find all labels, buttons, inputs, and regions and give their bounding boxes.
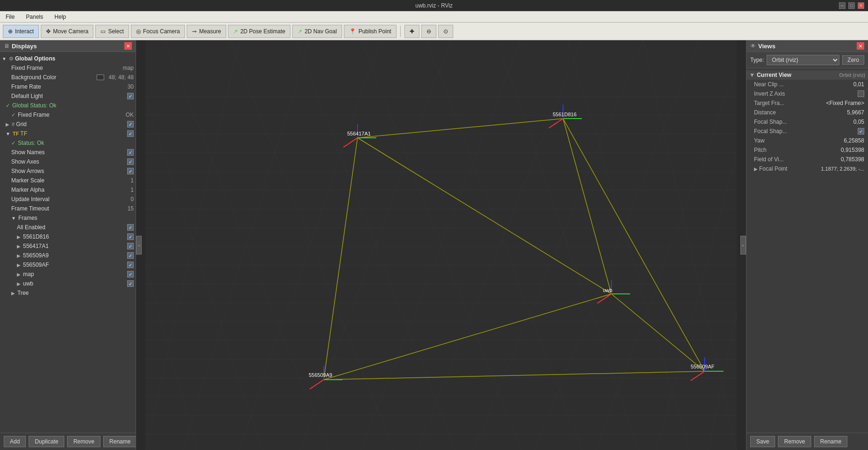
minimize-button[interactable]: ─ [839, 2, 845, 9]
target-frame-value[interactable]: <Fixed Frame> [826, 100, 864, 106]
show-names-check[interactable]: ✓ [127, 149, 134, 156]
grid-check[interactable]: ✓ [127, 121, 134, 128]
tf-check[interactable]: ✓ [127, 130, 134, 137]
displays-panel-icon: 🖥 [4, 43, 9, 49]
right-resize-handle[interactable]: ▸ [740, 236, 746, 255]
svg-text:5561D816: 5561D816 [553, 112, 577, 117]
displays-close-button[interactable]: ✕ [124, 42, 132, 50]
frame-556417a1-check[interactable]: ✓ [127, 243, 134, 249]
select-button[interactable]: ▭ Select [95, 25, 129, 38]
global-options-header[interactable]: ▼ ⚙ Global Options [0, 54, 136, 63]
all-enabled-label: All Enabled [17, 224, 126, 231]
add-button[interactable]: Add [4, 436, 26, 447]
viewport[interactable]: ◂ ▸ [136, 40, 746, 450]
tf-arrow: ▼ [6, 131, 10, 136]
views-save-button[interactable]: Save [750, 436, 775, 447]
marker-alpha-item: Marker Alpha 1 [0, 185, 136, 195]
marker-scale-value[interactable]: 1 [130, 177, 134, 184]
focal-shape2-check[interactable]: ✓ [858, 128, 864, 135]
tree-item[interactable]: ▶ Tree [0, 288, 136, 298]
tf-icon: TF [13, 131, 19, 136]
tf-item[interactable]: ▼ TF TF ✓ [0, 129, 136, 138]
pose-estimate-button[interactable]: ↗ 2D Pose Estimate [228, 25, 290, 38]
frame-5561d816: ▶ 5561D816 ✓ [0, 232, 136, 241]
frames-label: Frames [18, 215, 134, 221]
marker-alpha-value[interactable]: 1 [130, 187, 134, 193]
default-light-check[interactable]: ✓ [127, 93, 134, 99]
grid-icon: # [12, 121, 15, 127]
distance-value[interactable]: 5,9667 [847, 109, 864, 116]
3d-viewport-canvas[interactable]: 5561D816 556417A1 uwb 556509A [136, 40, 746, 450]
nav-icon: ↗ [297, 28, 302, 35]
grid-item[interactable]: ▶ # Grid ✓ [0, 120, 136, 129]
focus-camera-button[interactable]: ◎ Focus Camera [131, 25, 185, 38]
invert-z-check[interactable] [858, 90, 864, 97]
yaw-value[interactable]: 6,25858 [844, 137, 864, 144]
focal-point-value[interactable]: 1.1877; 2.2639; -... [821, 166, 864, 172]
global-options-arrow: ▼ [2, 56, 7, 61]
fixed-frame-ok-item: ✓ Fixed Frame OK [0, 110, 136, 120]
show-arrows-check[interactable]: ✓ [127, 168, 134, 174]
frame-556509a9-check[interactable]: ✓ [127, 252, 134, 259]
extra-btn-1[interactable]: ✚ [404, 25, 419, 38]
views-type-row: Type: Orbit (rviz) Zero [746, 52, 868, 68]
field-of-view-value[interactable]: 0,785398 [841, 156, 864, 163]
marker-alpha-label: Marker Alpha [11, 187, 127, 193]
distance-item: Distance 5,9667 [746, 108, 868, 117]
rename-button[interactable]: Rename [103, 436, 137, 447]
show-axes-item: Show Axes ✓ [0, 157, 136, 166]
views-close-button[interactable]: ✕ [857, 42, 864, 50]
focal-shape1-item: Focal Shap... 0,05 [746, 117, 868, 127]
frame-timeout-value[interactable]: 15 [128, 205, 134, 212]
close-button[interactable]: ✕ [858, 2, 864, 9]
interact-button[interactable]: ⊕ Interact [3, 25, 39, 38]
show-names-label: Show Names [11, 149, 126, 156]
views-rename-button[interactable]: Rename [814, 436, 847, 447]
marker-scale-item: Marker Scale 1 [0, 176, 136, 185]
frame-map-arrow: ▶ [17, 272, 21, 277]
frame-rate-value[interactable]: 30 [128, 83, 134, 90]
frame-556509af-check[interactable]: ✓ [127, 262, 134, 268]
pitch-value[interactable]: 0,915398 [841, 147, 864, 153]
near-clip-value[interactable]: 0,01 [853, 81, 864, 88]
restore-button[interactable]: □ [848, 2, 855, 9]
show-axes-check[interactable]: ✓ [127, 158, 134, 165]
fixed-frame-value[interactable]: map [123, 65, 134, 71]
menu-file[interactable]: File [3, 13, 17, 21]
measure-label: Measure [199, 28, 221, 35]
measure-button[interactable]: ⊸ Measure [187, 25, 226, 38]
views-type-label: Type: [750, 57, 764, 63]
publish-label: Publish Point [358, 28, 391, 35]
remove-button[interactable]: Remove [67, 436, 100, 447]
all-enabled-check[interactable]: ✓ [127, 224, 134, 231]
duplicate-button[interactable]: Duplicate [29, 436, 64, 447]
menu-help[interactable]: Help [52, 13, 69, 21]
frames-header[interactable]: ▼ Frames [0, 213, 136, 223]
publish-point-button[interactable]: 📍 Publish Point [344, 25, 396, 38]
frame-556509af-arrow: ▶ [17, 262, 21, 268]
views-zero-button[interactable]: Zero [842, 55, 864, 65]
move-camera-button[interactable]: ✥ Move Camera [41, 25, 93, 38]
focal-point-arrow: ▶ [754, 166, 758, 172]
frame-556509af-label: 556509AF [23, 262, 126, 268]
frame-uwb-check[interactable]: ✓ [127, 280, 134, 287]
left-resize-handle[interactable]: ◂ [136, 236, 142, 255]
global-status-label: Global Status: Ok [12, 102, 134, 109]
views-remove-button[interactable]: Remove [778, 436, 811, 447]
extra-btn-2[interactable]: ⊖ [421, 25, 436, 38]
publish-icon: 📍 [349, 28, 356, 35]
extra-btn-3[interactable]: ⊙ [438, 25, 453, 38]
global-options-label: Global Options [15, 55, 134, 62]
focal-shape1-value[interactable]: 0,05 [853, 119, 864, 125]
update-interval-value[interactable]: 0 [130, 196, 134, 202]
svg-text:556417A1: 556417A1 [347, 131, 371, 136]
nav-goal-button[interactable]: ↗ 2D Nav Goal [292, 25, 342, 38]
background-color-swatch[interactable] [97, 75, 104, 80]
views-type-select[interactable]: Orbit (rviz) [767, 55, 839, 65]
frame-rate-label: Frame Rate [11, 83, 124, 90]
current-view-header[interactable]: ▼ Current View Orbit (rviz) [746, 70, 868, 80]
frame-5561d816-check[interactable]: ✓ [127, 233, 134, 240]
frame-map-check[interactable]: ✓ [127, 271, 134, 278]
menu-panels[interactable]: Panels [23, 13, 46, 21]
distance-label: Distance [754, 109, 847, 116]
